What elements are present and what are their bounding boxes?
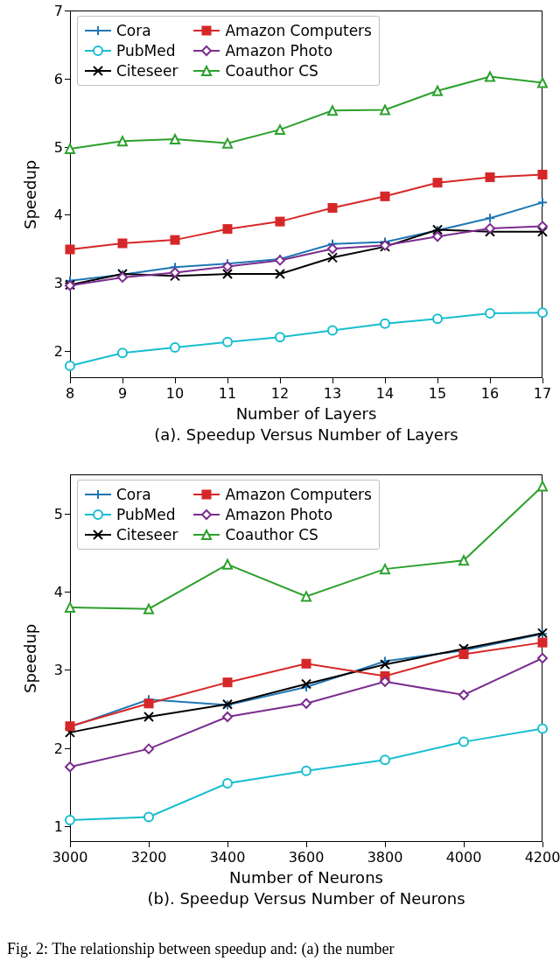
svg-marker-141 [381, 565, 389, 573]
xtick-mark [438, 378, 438, 383]
xtick-label: 3800 [368, 849, 403, 866]
legend-swatch [193, 488, 220, 501]
ytick-label: 6 [46, 70, 63, 87]
series-marker [302, 659, 311, 668]
svg-marker-77 [433, 87, 442, 95]
series-marker [144, 605, 153, 614]
series-marker [144, 699, 153, 708]
xtick-label: 14 [376, 385, 394, 402]
legend-item: Amazon Computers [193, 486, 371, 503]
svg-marker-73 [223, 139, 232, 148]
svg-rect-149 [202, 490, 211, 499]
series-marker [223, 225, 232, 234]
legend-swatch [85, 25, 111, 37]
xtick-mark [464, 842, 465, 847]
svg-marker-135 [459, 691, 468, 699]
series-line [70, 76, 542, 148]
subplot-b: 300032003400360038004000420012345Number … [0, 464, 560, 936]
svg-rect-55 [328, 204, 337, 213]
xtick-mark [122, 378, 123, 383]
series-marker [302, 592, 311, 600]
xtick-label: 17 [534, 385, 551, 402]
series-marker [66, 762, 74, 771]
xtick-mark [385, 378, 386, 383]
svg-point-24 [276, 333, 284, 341]
legend-item: Citeseer [85, 526, 178, 544]
legend-label: PubMed [116, 42, 175, 60]
series-marker [328, 326, 337, 335]
series-marker [66, 722, 74, 731]
legend-label: Citeseer [116, 526, 178, 544]
series-marker [459, 738, 468, 747]
legend-item: Amazon Photo [193, 42, 371, 60]
series-marker [328, 106, 337, 115]
xtick-mark [385, 842, 386, 847]
series-marker [302, 767, 311, 775]
legend-item: Coauthor CS [193, 526, 371, 544]
series-marker [381, 192, 389, 200]
series-marker [171, 343, 179, 352]
xtick-mark [149, 842, 150, 847]
svg-rect-59 [538, 170, 547, 179]
figure-caption: Fig. 2: The relationship between speedup… [0, 936, 560, 958]
xtick-mark [332, 378, 333, 383]
xtick-label: 10 [166, 385, 184, 402]
svg-marker-78 [486, 72, 494, 81]
y-axis-label: Speedup [21, 624, 39, 693]
series-marker [381, 319, 389, 328]
series-marker [144, 812, 153, 821]
series-marker [223, 779, 232, 788]
xtick-label: 16 [481, 385, 499, 402]
svg-rect-57 [433, 179, 442, 187]
legend-label: Amazon Computers [225, 486, 371, 503]
series-line [70, 174, 542, 249]
ytick-label: 2 [46, 740, 63, 756]
xtick-label: 11 [219, 385, 236, 402]
series-marker [223, 139, 232, 148]
xtick-mark [70, 378, 71, 383]
svg-marker-131 [144, 745, 153, 754]
svg-point-104 [223, 779, 232, 788]
xtick-mark [542, 842, 543, 847]
legend-label: PubMed [116, 506, 175, 523]
xtick-label: 3000 [52, 849, 88, 866]
svg-point-105 [302, 767, 311, 775]
svg-point-25 [328, 326, 337, 335]
svg-point-108 [538, 724, 547, 733]
subplot-a: 891011121314151617234567Number of Layers… [0, 0, 560, 464]
svg-marker-76 [381, 106, 389, 115]
svg-rect-58 [486, 173, 494, 182]
series-marker [223, 712, 232, 721]
svg-marker-133 [302, 699, 311, 708]
series-marker [328, 204, 337, 213]
series-marker [459, 650, 468, 659]
legend-item: Amazon Photo [193, 506, 371, 523]
series-marker [171, 235, 179, 244]
series-marker [144, 745, 153, 754]
legend-item: PubMed [85, 42, 178, 60]
xtick-mark [280, 378, 281, 383]
series-marker [486, 173, 494, 182]
legend-label: Amazon Photo [225, 42, 332, 60]
ytick-label: 4 [46, 584, 63, 600]
legend-swatch [85, 509, 111, 521]
legend-item: PubMed [85, 506, 178, 523]
series-marker [223, 560, 232, 569]
xtick-label: 13 [324, 385, 341, 402]
xtick-label: 3400 [210, 849, 246, 866]
series-marker [433, 314, 442, 323]
series-line [70, 229, 542, 284]
legend-label: Cora [116, 486, 151, 503]
svg-point-82 [94, 46, 102, 55]
legend-swatch [85, 65, 111, 77]
series-marker [538, 78, 547, 87]
svg-point-106 [381, 755, 389, 764]
series-marker [459, 691, 468, 699]
legend-item: Amazon Computers [193, 22, 371, 39]
xtick-label: 4000 [446, 849, 482, 866]
y-axis-label: Speedup [21, 160, 39, 229]
series-marker [66, 361, 74, 370]
svg-point-146 [94, 510, 102, 519]
xtick-mark [70, 842, 71, 847]
ytick-label: 5 [46, 505, 63, 522]
